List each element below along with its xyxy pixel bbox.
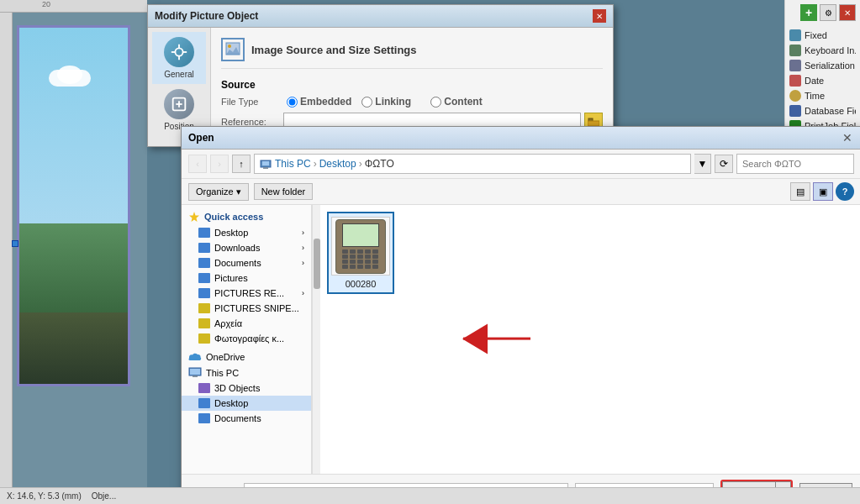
folder-icon [198,228,210,238]
tree-arxeia[interactable]: Αρχεία [182,316,311,331]
tree-onedrive[interactable]: OneDrive [182,349,311,365]
serial-icon [789,60,801,71]
path-chevron-2: › [359,158,362,170]
sidebar-item-general[interactable]: General [152,32,206,84]
cloud-icon [188,352,202,362]
organize-btn[interactable]: Organize ▾ [188,183,249,201]
canvas-frame [17,25,130,386]
folder-yellow-icon [198,303,210,313]
tree-scroll-thumb[interactable] [314,239,320,289]
expand-arrow: › [302,228,304,237]
svg-rect-18 [190,369,200,375]
expand-arrow: › [302,289,304,297]
tree-downloads[interactable]: Downloads › [182,240,311,255]
open-dialog-titlebar: Open ✕ [182,127,860,150]
time-icon [789,90,801,102]
arrow-indicator [463,338,530,340]
view-icon-btn[interactable]: ▣ [813,182,833,201]
source-section: Source File Type Embedded Linking [221,79,603,131]
database-icon [789,105,801,117]
tree-3d-objects[interactable]: 3D Objects [182,381,311,396]
tree-scrollbar[interactable] [312,205,320,474]
tree-desktop-pc[interactable]: Desktop [182,396,311,411]
tree-documents-pc[interactable]: Documents [182,411,311,426]
panel-item-keyboard[interactable]: Keyboard In... [789,43,856,58]
expand-arrow: › [302,259,304,267]
nav-up-btn[interactable]: ↑ [232,155,251,173]
position-icon [164,89,194,119]
modify-dialog-close-btn[interactable]: ✕ [593,9,606,23]
selection-handle[interactable] [12,240,18,247]
path-dropdown-btn[interactable]: ▼ [694,154,711,174]
radio-content[interactable]: Content [430,96,489,108]
view-list-btn[interactable]: ▤ [790,182,810,201]
open-dialog-toolbar: Organize ▾ New folder ▤ ▣ ? [182,179,860,205]
panel-item-fixed[interactable]: Fixed [789,28,856,43]
radio-linking[interactable]: Linking [361,96,420,108]
add-panel-btn[interactable]: + [800,4,817,21]
radio-embedded[interactable]: Embedded [287,96,351,108]
open-dialog-main: Quick access Desktop › Downloads › Docum… [182,205,860,474]
folder-icon [198,398,210,408]
panel-item-date[interactable]: Date [789,73,856,88]
organize-group: Organize ▾ [188,183,249,201]
panel-item-database[interactable]: Database Fie... [789,103,856,118]
open-dialog-close-btn[interactable]: ✕ [841,131,854,144]
tree-documents[interactable]: Documents › [182,255,311,270]
hills-area [19,223,128,312]
nav-back-btn[interactable]: ‹ [188,155,207,173]
modify-content-header: Image Source and Size Settings [221,38,603,69]
close-panel-btn[interactable]: ✕ [839,4,856,21]
svg-rect-14 [263,167,268,169]
path-desktop[interactable]: Desktop [319,158,356,170]
path-this-pc[interactable]: This PC [275,158,311,170]
sidebar-general-label: General [164,70,194,79]
radio-group: Embedded Linking Content [287,96,489,108]
device-keys [342,249,379,269]
panel-item-serial[interactable]: Serialization... [789,58,856,73]
new-folder-btn[interactable]: New folder [254,183,314,200]
date-icon [789,75,801,87]
content-header-title: Image Source and Size Settings [251,44,417,56]
help-btn[interactable]: ? [836,182,854,201]
content-header-icon [221,38,245,61]
panel-items-list: Fixed Keyboard In... Serialization... Da… [789,28,856,134]
panel-item-time[interactable]: Time [789,88,856,103]
modify-dialog-title: Modify Picture Object [155,10,258,22]
expand-arrow: › [302,244,304,252]
open-file-dialog: Open ✕ ‹ › ↑ This PC › Desktop › ΦΩΤΟ ▼ … [181,126,860,504]
folder-3d-icon [198,383,210,393]
device-image [335,219,386,274]
nav-refresh-btn[interactable]: ⟳ [715,155,733,173]
file-area: 000280 [320,205,860,474]
path-current: ΦΩΤΟ [365,158,394,170]
svg-point-10 [228,45,231,48]
search-input[interactable] [736,154,854,174]
device-screen [342,223,379,247]
file-item-000280[interactable]: 000280 [327,212,394,294]
file-type-row: File Type Embedded Linking Content [221,96,603,108]
tree-pictures-re[interactable]: PICTURES RE... › [182,286,311,301]
folder-icon [198,258,210,268]
sky-area [19,28,128,223]
tree-this-pc[interactable]: This PC [182,365,311,381]
keyboard-icon [789,45,801,56]
status-bar: X: 14.6, Y: 5.3 (mm) Obje... [0,487,860,504]
settings-panel-btn[interactable]: ⚙ [820,4,836,21]
status-position: X: 14.6, Y: 5.3 (mm) [7,491,82,501]
tree-fotografies[interactable]: Φωτογραφίες κ... [182,331,311,346]
fixed-icon [789,29,801,41]
folder-yellow-icon [198,333,210,344]
general-icon [164,37,194,67]
nav-forward-btn[interactable]: › [210,155,229,173]
tree-desktop-qa[interactable]: Desktop › [182,225,311,240]
tree-pictures-snipe[interactable]: PICTURES SNIPE... [182,301,311,316]
toolbar-right: ▤ ▣ ? [790,182,854,201]
svg-point-0 [175,48,182,55]
folder-icon [198,288,210,298]
folder-icon [198,273,210,283]
path-chevron-1: › [314,158,317,170]
svg-marker-16 [189,212,199,222]
source-label: Source [221,79,603,91]
tree-pictures[interactable]: Pictures [182,270,311,286]
